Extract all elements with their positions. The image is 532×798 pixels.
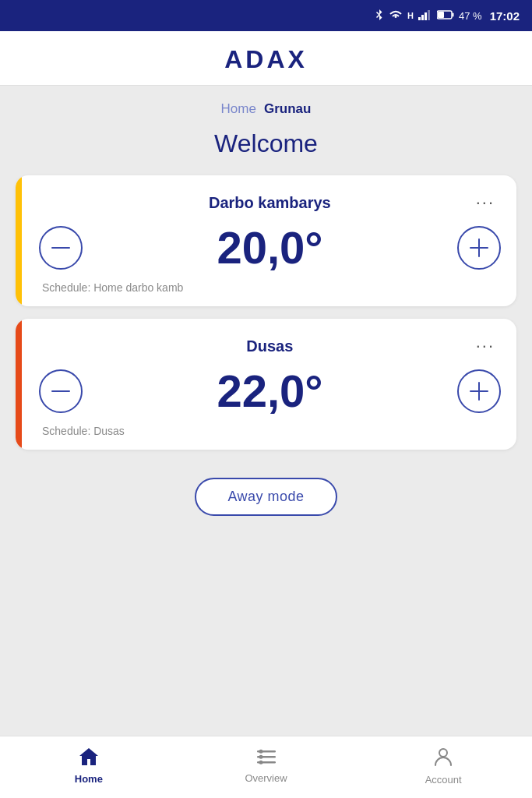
svg-rect-0 (418, 17, 421, 20)
device-name-1: Darbo kambarys (70, 194, 470, 212)
svg-rect-3 (428, 10, 430, 20)
breadcrumb-active[interactable]: Grunau (264, 101, 311, 117)
svg-point-17 (259, 750, 262, 754)
decrease-temp-1[interactable] (39, 226, 83, 270)
card-header-2: Dusas ··· (39, 333, 501, 359)
svg-point-19 (259, 761, 262, 764)
svg-point-20 (439, 749, 447, 757)
svg-rect-1 (421, 15, 424, 20)
card-schedule-2: Schedule: Dusas (39, 425, 501, 437)
breadcrumb-home[interactable]: Home (221, 101, 256, 117)
battery-icon (437, 9, 454, 22)
card-header-1: Darbo kambarys ··· (39, 189, 501, 216)
status-icons: H 47 % 17:02 (375, 9, 520, 23)
nav-item-home[interactable]: Home (0, 747, 178, 785)
increase-temp-2[interactable] (457, 369, 501, 413)
svg-point-18 (259, 755, 262, 759)
bluetooth-icon (375, 9, 384, 23)
svg-rect-10 (478, 238, 480, 257)
svg-rect-13 (478, 382, 480, 401)
app-logo: ADAX (224, 45, 308, 74)
home-nav-icon (78, 747, 100, 770)
card-accent-orange (16, 319, 22, 450)
device-name-2: Dusas (70, 337, 470, 355)
svg-rect-2 (425, 12, 427, 20)
card-controls-2: 22,0° (39, 364, 501, 418)
account-nav-icon (432, 746, 454, 771)
h-signal-icon: H (407, 11, 414, 20)
away-mode-container: Away mode (16, 478, 516, 516)
welcome-title: Welcome (214, 129, 318, 158)
card-schedule-1: Schedule: Home darbo kamb (39, 281, 501, 294)
nav-item-account[interactable]: Account (354, 746, 532, 786)
status-bar: H 47 % 17:02 (0, 0, 532, 31)
nav-item-overview[interactable]: Overview (178, 747, 355, 784)
card-menu-1[interactable]: ··· (470, 189, 501, 216)
overview-nav-icon (255, 747, 277, 769)
decrease-temp-2[interactable] (39, 369, 83, 413)
battery-percent: 47 % (459, 10, 482, 22)
temperature-display-1: 20,0° (83, 225, 457, 270)
svg-rect-7 (452, 13, 453, 17)
status-time: 17:02 (490, 9, 520, 23)
app-header: ADAX (0, 31, 532, 86)
away-mode-button[interactable]: Away mode (195, 478, 336, 516)
svg-rect-6 (438, 12, 444, 18)
bottom-nav: Home Overview Account (0, 736, 532, 798)
signal-icon (418, 9, 432, 23)
nav-label-account: Account (425, 774, 462, 786)
device-card-darbo-kambarys: Darbo kambarys ··· 20,0° Schedule: Home … (16, 175, 516, 306)
nav-label-overview: Overview (245, 772, 287, 784)
device-card-dusas: Dusas ··· 22,0° Schedule: Dusas (16, 319, 516, 450)
card-menu-2[interactable]: ··· (470, 333, 501, 359)
svg-rect-8 (51, 247, 70, 249)
increase-temp-1[interactable] (457, 226, 501, 270)
temperature-display-2: 22,0° (83, 369, 457, 414)
main-content: Home Grunau Welcome Darbo kambarys ··· 2… (0, 86, 532, 736)
card-accent-yellow (16, 175, 22, 306)
breadcrumb: Home Grunau (221, 101, 312, 117)
nav-label-home: Home (75, 773, 103, 785)
svg-rect-11 (51, 390, 70, 392)
wifi-icon (389, 9, 403, 23)
card-controls-1: 20,0° (39, 221, 501, 275)
